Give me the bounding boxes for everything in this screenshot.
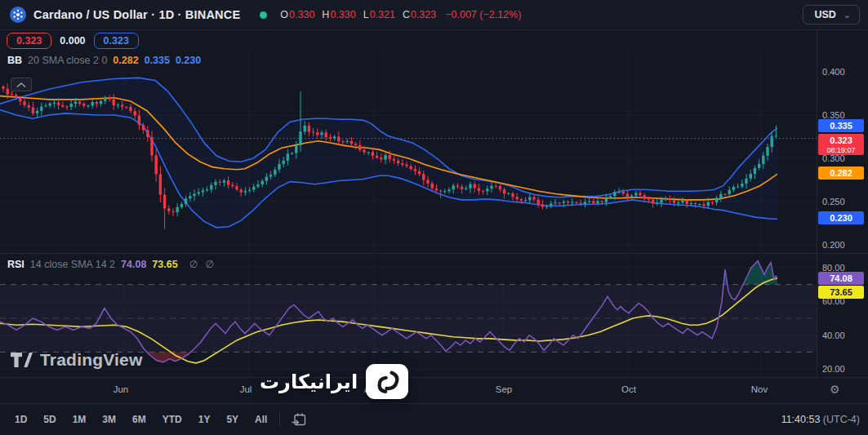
main-price-chart[interactable]: [0, 51, 817, 253]
chevron-down-icon: ⌄: [844, 11, 851, 18]
rsi-axis-label[interactable]: 20.00: [822, 363, 845, 375]
price-axis-badge: 0.32308:19:07: [818, 134, 864, 155]
tradingview-logo-icon: [11, 353, 33, 367]
price-stat-badges: 0.323 0.000 0.323: [7, 33, 139, 49]
time-axis-label-Nov[interactable]: Nov: [741, 384, 777, 394]
ohlc-value: 0.330: [330, 9, 355, 20]
ohlc-values: O0.330H0.330L0.321C0.323−0.007 (−2.12%): [280, 9, 521, 20]
price-axis-label[interactable]: 0.200: [822, 239, 845, 251]
rsi-legend-values: 74.0873.65: [121, 259, 184, 270]
symbol-title[interactable]: Cardano / US Dollar · 1D · BINANCE: [33, 8, 240, 21]
rsi-axis-label[interactable]: 40.00: [822, 330, 845, 341]
rsi-axis-badge: 74.08: [818, 272, 864, 285]
toolbar-divider: [279, 411, 280, 428]
price-axis-badge: 0.282: [818, 166, 864, 180]
range-button-All[interactable]: All: [248, 411, 274, 428]
countdown-timer: 08:19:07: [818, 146, 864, 154]
range-button-1D[interactable]: 1D: [8, 411, 33, 428]
pane-divider[interactable]: [0, 253, 868, 254]
bb-legend-params: 20 SMA close 2 0: [28, 55, 107, 66]
chevron-up-icon: [15, 81, 28, 89]
ohlc-label: H: [322, 9, 329, 20]
bb-legend-values: 0.2820.3350.230: [113, 55, 207, 66]
clock-timezone: (UTC-4): [823, 414, 860, 425]
currency-dropdown[interactable]: USD ⌄: [803, 5, 860, 24]
range-button-3M[interactable]: 3M: [96, 411, 122, 428]
price-axis-border: [817, 30, 817, 377]
clock-time: 11:40:53: [781, 414, 821, 425]
bottom-toolbar: 1D5D1M3M6MYTD1Y5YAll 11:40:53 (UTC-4): [0, 404, 868, 435]
rsi-legend-empty-values: ∅ ∅: [189, 259, 216, 270]
range-button-YTD[interactable]: YTD: [156, 411, 189, 428]
currency-label: USD: [814, 9, 835, 20]
time-axis-label-Jul[interactable]: Jul: [228, 384, 264, 394]
bb-legend-name: BB: [7, 55, 22, 66]
collapse-pane-button[interactable]: [11, 78, 32, 91]
time-axis-label-Oct[interactable]: Oct: [611, 384, 647, 394]
go-to-date-button[interactable]: [286, 410, 312, 429]
rsi-legend-value: 74.08: [121, 259, 146, 270]
rsi-indicator-legend[interactable]: RSI 14 close SMA 14 2 74.0873.65 ∅ ∅: [7, 259, 216, 270]
bb-indicator-legend[interactable]: BB 20 SMA close 2 0 0.2820.3350.230: [7, 55, 207, 66]
ohlc-value: 0.323: [411, 9, 436, 20]
ohlc-label: C: [403, 9, 410, 20]
tradingview-watermark-text: TradingView: [40, 350, 143, 370]
time-axis-label-Jun[interactable]: Jun: [103, 384, 139, 394]
range-button-1Y[interactable]: 1Y: [192, 411, 217, 428]
date-range-buttons: 1D5D1M3M6MYTD1Y5YAll: [8, 411, 274, 428]
stat-badge-low: 0.323: [94, 33, 139, 49]
gear-icon[interactable]: ⚙: [830, 383, 840, 396]
ohlc-label: O: [280, 9, 288, 20]
iranicart-logo-icon: [366, 364, 408, 399]
time-axis-label-Sep[interactable]: Sep: [486, 384, 522, 394]
time-axis-border: [0, 377, 868, 378]
bb-legend-value: 0.335: [145, 55, 170, 66]
range-button-5Y[interactable]: 5Y: [220, 411, 245, 428]
range-button-5D[interactable]: 5D: [37, 411, 62, 428]
stat-badge-diff: 0.000: [57, 33, 87, 48]
price-axis-badge: 0.335: [818, 119, 864, 132]
cardano-logo-icon: [10, 7, 26, 23]
range-button-1M[interactable]: 1M: [66, 411, 93, 428]
tradingview-chart-app: Cardano / US Dollar · 1D · BINANCE O0.33…: [0, 0, 868, 435]
bb-legend-value: 0.282: [113, 55, 138, 66]
iranicart-watermark-text: ایرانیکارت: [260, 371, 358, 393]
bb-legend-value: 0.230: [176, 55, 201, 66]
session-clock[interactable]: 11:40:53 (UTC-4): [781, 414, 860, 425]
tradingview-watermark: TradingView: [11, 350, 143, 370]
ohlc-value: 0.330: [289, 9, 314, 20]
rsi-legend-params: 14 close SMA 14 2: [30, 259, 115, 270]
calendar-goto-icon: [291, 411, 307, 428]
ohlc-label: L: [363, 9, 369, 20]
candles: [2, 83, 777, 229]
stat-badge-high: 0.323: [7, 33, 51, 49]
range-button-6M[interactable]: 6M: [126, 411, 153, 428]
rsi-legend-value: 73.65: [152, 259, 177, 270]
price-axis-label[interactable]: 0.250: [822, 196, 845, 207]
rsi-legend-name: RSI: [7, 259, 24, 270]
market-status-dot-icon: [260, 11, 267, 19]
price-axis-badge: 0.230: [818, 211, 864, 224]
rsi-axis-badge: 73.65: [818, 286, 864, 299]
ohlc-change: −0.007 (−2.12%): [445, 9, 521, 20]
ohlc-value: 0.321: [370, 9, 395, 20]
price-axis-label[interactable]: 0.400: [822, 66, 845, 78]
iranicart-watermark: ایرانیکارت: [260, 364, 408, 399]
top-toolbar: Cardano / US Dollar · 1D · BINANCE O0.33…: [0, 0, 868, 30]
